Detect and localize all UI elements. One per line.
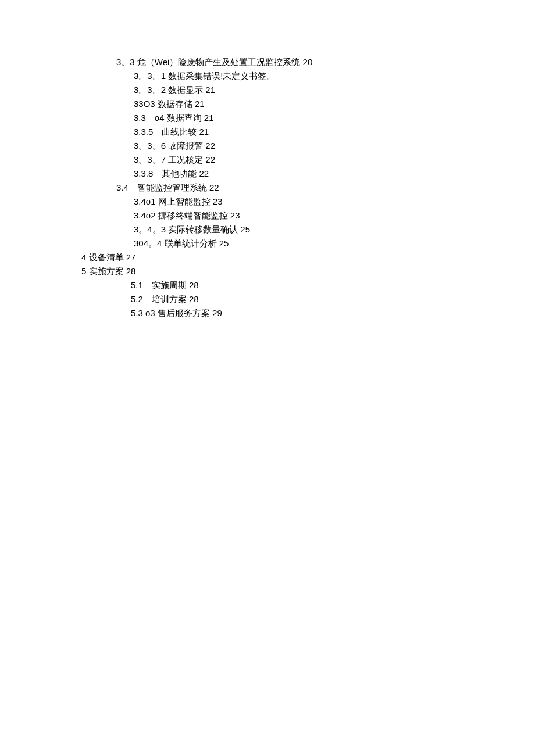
toc-container: 3。3 危（Wei）险废物产生及处置工况监控系统 203。3。1 数据采集错误!…: [81, 55, 488, 320]
toc-entry-7: 3。3。7 工况核定 22: [134, 153, 488, 167]
toc-entry-8: 3.3.8 其他功能 22: [134, 167, 488, 181]
toc-entry-1: 3。3。1 数据采集错误!未定义书签。: [134, 69, 488, 83]
toc-entry-5: 3.3.5 曲线比较 21: [134, 125, 488, 139]
toc-entry-6: 3。3。6 故障报警 22: [134, 139, 488, 153]
toc-entry-11: 3.4o2 挪移终端智能监控 23: [134, 209, 488, 223]
toc-entry-3: 33O3 数据存储 21: [134, 97, 488, 111]
toc-entry-4: 3.3 o4 数据查询 21: [134, 111, 488, 125]
toc-entry-9: 3.4 智能监控管理系统 22: [116, 181, 488, 195]
toc-entry-17: 5.2 培训方案 28: [131, 292, 488, 306]
toc-entry-16: 5.1 实施周期 28: [131, 278, 488, 292]
toc-entry-2: 3。3。2 数据显示 21: [134, 83, 488, 97]
toc-entry-0: 3。3 危（Wei）险废物产生及处置工况监控系统 20: [116, 55, 488, 69]
toc-entry-18: 5.3 o3 售后服务方案 29: [131, 306, 488, 320]
toc-entry-12: 3。4。3 实际转移数量确认 25: [134, 223, 488, 237]
toc-entry-14: 4 设备清单 27: [81, 250, 488, 264]
toc-entry-13: 304。4 联单统计分析 25: [134, 237, 488, 250]
toc-entry-10: 3.4o1 网上智能监控 23: [134, 195, 488, 209]
toc-entry-15: 5 实施方案 28: [81, 264, 488, 278]
